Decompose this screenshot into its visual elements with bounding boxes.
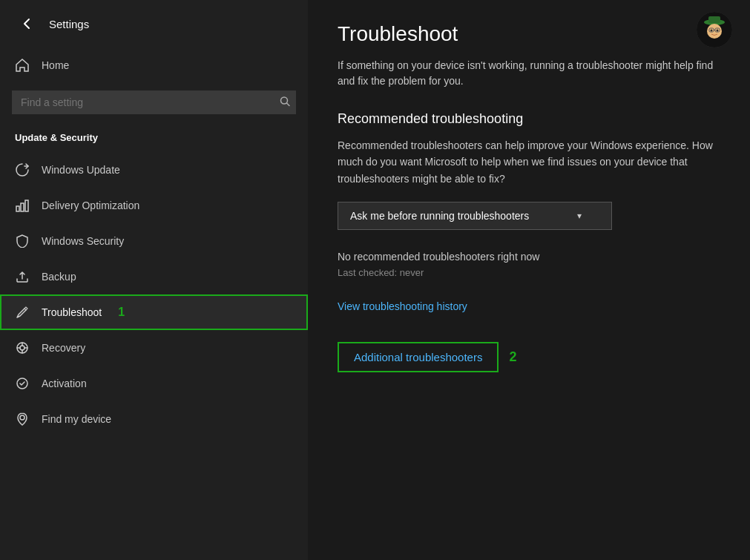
back-button[interactable]: [15, 12, 39, 36]
troubleshoot-label: Troubleshoot: [42, 306, 102, 318]
svg-rect-2: [21, 203, 24, 211]
page-description: If something on your device isn't workin…: [338, 58, 720, 89]
svg-point-17: [717, 30, 719, 32]
svg-point-11: [20, 415, 24, 420]
dropdown-value: Ask me before running troubleshooters: [350, 210, 529, 222]
search-icon[interactable]: [280, 96, 290, 109]
sidebar-header: Settings: [0, 0, 308, 47]
windows-update-label: Windows Update: [42, 164, 120, 176]
find-my-device-icon: [15, 412, 30, 426]
sidebar-item-windows-update[interactable]: Windows Update: [0, 152, 308, 188]
svg-point-5: [20, 346, 24, 350]
additional-troubleshooters-button[interactable]: Additional troubleshooters: [338, 342, 499, 372]
activation-icon: [15, 376, 30, 391]
windows-security-icon: [15, 234, 30, 248]
section-label: Update & Security: [0, 126, 308, 152]
svg-rect-14: [708, 16, 720, 23]
avatar-area: [697, 12, 732, 47]
backup-icon: [15, 269, 30, 284]
recovery-icon: [15, 340, 30, 355]
no-troubleshooters-text: No recommended troubleshooters right now: [338, 251, 720, 263]
svg-rect-3: [25, 200, 28, 211]
sidebar-item-activation[interactable]: Activation: [0, 366, 308, 401]
avatar: [697, 12, 732, 47]
svg-rect-1: [16, 206, 19, 211]
sidebar-item-delivery-optimization[interactable]: Delivery Optimization: [0, 188, 308, 223]
activation-label: Activation: [42, 378, 87, 389]
main-content: Troubleshoot If something on your device…: [308, 0, 750, 560]
windows-security-label: Windows Security: [42, 235, 124, 247]
home-icon: [15, 58, 30, 73]
view-history-link[interactable]: View troubleshooting history: [338, 300, 720, 312]
additional-btn-wrapper: Additional troubleshooters 2: [338, 342, 720, 372]
recommended-desc: Recommended troubleshooters can help imp…: [338, 137, 720, 187]
home-label: Home: [42, 59, 69, 71]
recommended-heading: Recommended troubleshooting: [338, 111, 720, 127]
sidebar-item-recovery[interactable]: Recovery: [0, 330, 308, 366]
last-checked-text: Last checked: never: [338, 267, 720, 278]
sidebar-item-home[interactable]: Home: [0, 47, 308, 83]
sidebar: Settings Home Update & Security: [0, 0, 308, 560]
troubleshoot-icon: [15, 305, 30, 320]
sidebar-item-windows-security[interactable]: Windows Security: [0, 223, 308, 259]
backup-label: Backup: [42, 271, 76, 283]
search-input[interactable]: [12, 90, 296, 114]
page-title: Troubleshoot: [338, 22, 720, 46]
sidebar-item-troubleshoot[interactable]: Troubleshoot 1: [0, 294, 308, 330]
settings-title: Settings: [49, 18, 89, 30]
troubleshoot-dropdown[interactable]: Ask me before running troubleshooters ▾: [338, 202, 612, 230]
additional-btn-label: Additional troubleshooters: [354, 351, 482, 363]
sidebar-item-find-my-device[interactable]: Find my device: [0, 401, 308, 437]
additional-badge: 2: [509, 349, 516, 365]
recovery-label: Recovery: [42, 342, 85, 354]
search-wrapper: [12, 90, 296, 114]
chevron-down-icon: ▾: [577, 211, 582, 221]
windows-update-icon: [15, 162, 30, 177]
sidebar-item-backup[interactable]: Backup: [0, 259, 308, 294]
svg-point-16: [711, 30, 713, 32]
search-container: [0, 83, 308, 126]
find-my-device-label: Find my device: [42, 413, 111, 425]
delivery-optimization-icon: [15, 198, 30, 213]
delivery-optimization-label: Delivery Optimization: [42, 200, 139, 211]
troubleshoot-badge: 1: [118, 306, 125, 319]
